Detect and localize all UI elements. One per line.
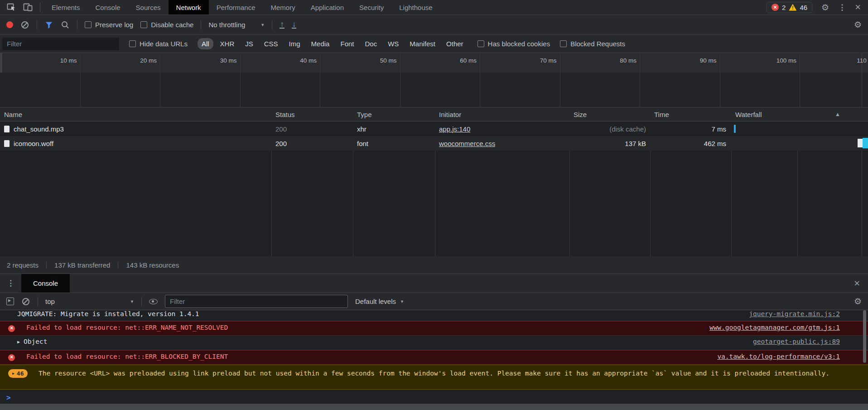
hide-data-urls-checkbox[interactable]: Hide data URLs <box>129 40 188 48</box>
network-settings-gear-icon[interactable]: ⚙ <box>854 20 862 30</box>
filter-type-other[interactable]: Other <box>442 38 468 49</box>
request-name-cell: chat_sound.mp3 <box>0 125 271 133</box>
tab-application[interactable]: Application <box>303 0 352 15</box>
source-link[interactable]: va.tawk.to/log-performance/v3:1 <box>717 353 840 360</box>
initiator-link[interactable]: woocommerce.css <box>439 140 495 147</box>
tab-sources[interactable]: Sources <box>128 0 169 15</box>
filter-funnel-icon[interactable] <box>44 20 53 29</box>
drawer-tab-console[interactable]: Console <box>21 274 70 293</box>
live-expression-eye-icon[interactable] <box>149 299 158 304</box>
filter-type-all[interactable]: All <box>198 38 213 49</box>
device-toolbar-icon[interactable] <box>23 2 34 12</box>
tab-performance[interactable]: Performance <box>209 0 263 15</box>
column-header-size[interactable]: Size <box>569 111 650 118</box>
request-initiator-cell: woocommerce.css <box>435 140 569 147</box>
tab-label: Memory <box>271 4 295 11</box>
column-header-type[interactable]: Type <box>353 111 435 118</box>
issues-badge-group[interactable]: 2 46 <box>767 2 812 13</box>
filter-type-manifest[interactable]: Manifest <box>405 38 439 49</box>
filter-type-doc[interactable]: Doc <box>361 38 381 49</box>
tab-network[interactable]: Network <box>169 0 209 15</box>
request-time-cell: 7 ms <box>650 125 731 133</box>
inspect-element-icon[interactable] <box>6 2 16 12</box>
warning-count-badge[interactable]: ▶ 46 <box>8 369 28 378</box>
network-filter-input[interactable] <box>2 38 119 50</box>
console-settings-gear-icon[interactable]: ⚙ <box>854 296 862 307</box>
initiator-link[interactable]: app.js:140 <box>439 125 470 133</box>
settings-gear-icon[interactable]: ⚙ <box>821 2 829 13</box>
expand-triangle-icon[interactable]: ▶ <box>17 339 20 344</box>
preserve-log-checkbox[interactable]: Preserve log <box>85 21 133 29</box>
close-devtools-icon[interactable]: × <box>855 3 861 12</box>
filter-type-js[interactable]: JS <box>241 38 257 49</box>
filter-type-media[interactable]: Media <box>307 38 334 49</box>
console-error-message[interactable]: Failed to load resource: net::ERR_NAME_N… <box>0 321 868 336</box>
filter-type-img[interactable]: Img <box>285 38 304 49</box>
tab-elements[interactable]: Elements <box>44 0 88 15</box>
column-header-time[interactable]: Time <box>650 111 731 118</box>
disable-cache-checkbox[interactable]: Disable cache <box>140 21 193 29</box>
column-header-status[interactable]: Status <box>271 111 353 118</box>
execution-context-select[interactable]: top ▼ <box>45 298 134 305</box>
log-levels-select[interactable]: Default levels ▼ <box>355 298 404 305</box>
console-filter-input[interactable] <box>165 295 348 308</box>
console-toolbar: top ▼ Default levels ▼ ⚙ <box>0 293 868 310</box>
main-tabs: Elements Console Sources Network Perform… <box>44 0 440 15</box>
summary-resources: 143 kB resources <box>126 261 179 269</box>
drawer-more-options-icon[interactable]: ⋮ <box>0 278 21 288</box>
column-header-name[interactable]: Name <box>0 111 271 118</box>
summary-requests: 2 requests <box>7 261 39 269</box>
filter-type-xhr[interactable]: XHR <box>216 38 239 49</box>
blocked-requests-label: Blocked Requests <box>570 40 625 48</box>
clear-network-log-icon[interactable] <box>20 20 29 29</box>
timeline-tick-label: 110 ms <box>857 57 868 64</box>
console-messages: JQMIGRATE: Migrate is installed, version… <box>0 310 868 404</box>
table-row[interactable]: icomoon.woff 200 font woocommerce.css 13… <box>0 136 868 151</box>
timeline-tick-label: 50 ms <box>380 57 397 64</box>
tab-lighthouse[interactable]: Lighthouse <box>391 0 440 15</box>
tab-console[interactable]: Console <box>88 0 128 15</box>
record-network-log-button[interactable] <box>6 21 13 28</box>
timeline-tick-label: 20 ms <box>140 57 157 64</box>
more-options-icon[interactable]: ⋮ <box>838 3 846 12</box>
checkbox-box <box>85 21 92 28</box>
table-row[interactable]: chat_sound.mp3 200 xhr app.js:140 (disk … <box>0 122 868 136</box>
column-header-waterfall[interactable]: Waterfall <box>731 111 868 118</box>
close-drawer-icon[interactable]: × <box>854 278 868 289</box>
column-header-initiator[interactable]: Initiator <box>435 111 569 118</box>
tab-label: Network <box>176 4 201 11</box>
console-log-message[interactable]: JQMIGRATE: Migrate is installed, version… <box>0 310 868 321</box>
search-icon[interactable] <box>61 20 70 29</box>
filter-type-font[interactable]: Font <box>336 38 358 49</box>
source-link[interactable]: www.googletagmanager.com/gtm.js:1 <box>709 324 840 331</box>
sort-ascending-icon[interactable]: ▲ <box>835 111 840 117</box>
clear-console-icon[interactable] <box>21 297 30 306</box>
timeline-gridline <box>400 53 400 107</box>
throttling-select[interactable]: No throttling ▼ <box>208 21 265 29</box>
filter-type-css[interactable]: CSS <box>260 38 282 49</box>
console-sidebar-toggle-icon[interactable] <box>6 298 14 305</box>
console-object-message[interactable]: ▶ Object geotarget-public.js:89 <box>0 336 868 350</box>
timeline-ruler[interactable]: 10 ms20 ms30 ms40 ms50 ms60 ms70 ms80 ms… <box>0 53 868 107</box>
toolbar-separator <box>201 20 201 29</box>
console-prompt[interactable]: > <box>0 390 868 404</box>
import-har-icon[interactable]: ↑ <box>280 21 285 29</box>
source-link[interactable]: geotarget-public.js:89 <box>753 338 840 345</box>
console-scrollbar-thumb[interactable] <box>863 310 866 363</box>
waterfall-bar <box>863 138 868 148</box>
source-link[interactable]: jquery-migrate.min.js:2 <box>749 310 840 320</box>
filter-type-ws[interactable]: WS <box>384 38 403 49</box>
chevron-down-icon: ▼ <box>130 299 134 304</box>
drawer-tab-label: Console <box>33 279 58 287</box>
timeline-gridline <box>560 53 560 107</box>
console-warning-message[interactable]: ▶ 46 The resource <URL> was preloaded us… <box>0 365 868 390</box>
blocked-requests-checkbox[interactable]: Blocked Requests <box>560 40 625 48</box>
tab-security[interactable]: Security <box>352 0 391 15</box>
export-har-icon[interactable]: ↓ <box>292 21 297 29</box>
console-error-message[interactable]: Failed to load resource: net::ERR_BLOCKE… <box>0 350 868 365</box>
request-status-cell: 200 <box>271 125 353 133</box>
timeline-gridline <box>80 53 81 107</box>
has-blocked-cookies-checkbox[interactable]: Has blocked cookies <box>477 40 550 48</box>
tab-memory[interactable]: Memory <box>263 0 303 15</box>
timeline-tick-label: 30 ms <box>220 57 237 64</box>
